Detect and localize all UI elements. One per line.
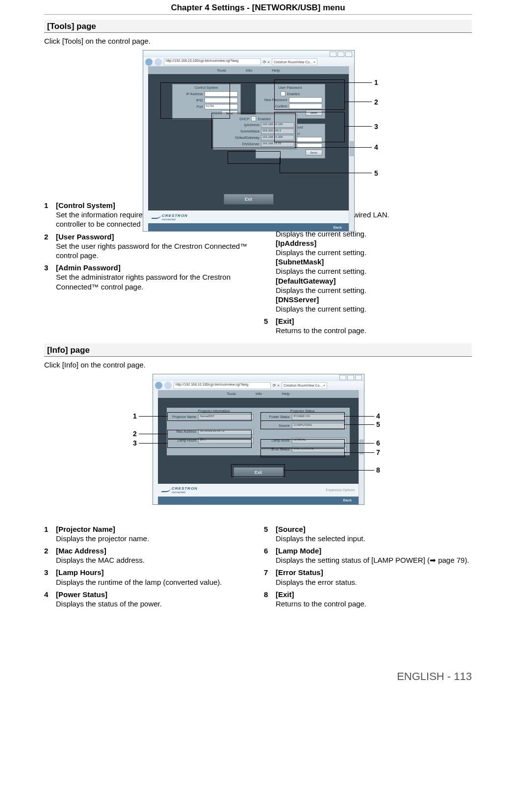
port-input[interactable]: 41794	[205, 104, 238, 109]
desc-title: [Power Status]	[56, 590, 162, 599]
url-input[interactable]: http://192.168.10.100/cgi-bin/roomview.c…	[174, 382, 271, 389]
desc-item: 3[Admin Password]Set the administrator r…	[44, 263, 252, 291]
newpw-input[interactable]	[289, 97, 322, 103]
vertical-scrollbar[interactable]	[349, 66, 354, 231]
exit-button[interactable]: Exit	[224, 194, 274, 205]
desc-title: [Admin Password]	[56, 263, 252, 272]
subnet-label: SubnetMask	[226, 130, 259, 133]
desc-body: [Exit]Returns to the control page.	[276, 590, 366, 608]
desc-text: Set the administrator rights password fo…	[56, 272, 252, 291]
col-head-info: Projector Information	[170, 409, 258, 414]
enabled-checkbox[interactable]	[281, 91, 285, 96]
callout-8: 8	[376, 466, 380, 474]
ipid-label: IPID	[177, 99, 203, 102]
ip-input[interactable]	[205, 91, 238, 97]
refresh-icon[interactable]: ⟳ ×	[273, 383, 280, 388]
footer-bar: CRESTRON connected	[148, 210, 349, 223]
browser-tab[interactable]: Crestron RoomView Co... ×	[282, 382, 327, 389]
back-bar[interactable]: Back	[158, 497, 359, 504]
desc-body: [Exit]Returns to the control page.	[276, 316, 366, 335]
desc-title: [User Password]	[56, 232, 252, 241]
port-label: Port	[177, 105, 203, 108]
user-password-panel: User Password Enabled New Password Confi…	[256, 84, 325, 119]
confirm-input[interactable]	[289, 104, 322, 109]
nav-tools[interactable]: Tools	[217, 68, 226, 73]
desc-title: [Exit]	[276, 316, 366, 326]
desc-line: [DNSServer]	[276, 295, 389, 304]
desc-number: 5	[264, 316, 271, 335]
ipid-input[interactable]	[205, 98, 238, 103]
nav-help[interactable]: Help	[282, 392, 289, 396]
vertical-scrollbar[interactable]	[359, 390, 364, 504]
panel-title: User Password	[258, 86, 322, 89]
desc-text: Set the user rights password for the Cre…	[56, 241, 252, 260]
desc-number: 5	[264, 524, 271, 543]
top-nav: Tools Info Help	[158, 390, 359, 398]
back-icon[interactable]	[155, 382, 162, 389]
minimize-button[interactable]	[339, 375, 346, 380]
back-icon[interactable]	[145, 58, 153, 66]
minimize-button[interactable]	[330, 52, 336, 57]
desc-number: 3	[44, 568, 51, 586]
ip-label: IP Address	[177, 92, 203, 96]
send-button[interactable]: Send	[306, 110, 322, 116]
callout-5: 5	[374, 169, 378, 177]
address-bar: http://192.168.10.100/cgi-bin/roomview.c…	[153, 381, 364, 390]
nav-tools[interactable]: Tools	[227, 392, 236, 396]
close-button[interactable]	[345, 52, 352, 57]
desc-title: [Source]	[276, 524, 365, 534]
refresh-icon[interactable]: ⟳ ×	[263, 60, 270, 64]
dhcp-checkbox[interactable]: ✓	[251, 116, 256, 121]
desc-number: 1	[44, 201, 51, 229]
desc-number: 3	[44, 263, 51, 291]
forward-icon[interactable]	[164, 382, 172, 389]
send-button[interactable]: Send	[306, 150, 322, 156]
maximize-button[interactable]	[337, 52, 344, 57]
dns-value: 192.168.10.53	[261, 141, 294, 147]
desc-number: 8	[264, 590, 271, 608]
window-titlebar	[153, 374, 364, 381]
info-screenshot: http://192.168.10.100/cgi-bin/roomview.c…	[133, 374, 383, 519]
desc-number: 2	[44, 232, 51, 261]
top-nav: Tools Info Help	[148, 66, 349, 74]
subnet-value: 255.255.255.0	[261, 129, 294, 134]
maximize-button[interactable]	[347, 375, 354, 380]
nav-info[interactable]: Info	[256, 392, 262, 396]
desc-body: [Projector Name]Displays the projector n…	[56, 524, 149, 543]
callout-2: 2	[374, 98, 378, 106]
browser-tab[interactable]: Crestron RoomView Co... ×	[272, 58, 317, 65]
desc-body: [User Password]Set the user rights passw…	[56, 232, 252, 261]
projector-info-grid: Projector Information Projector Status P…	[167, 408, 350, 455]
nav-help[interactable]: Help	[272, 68, 280, 73]
desc-item: 4[Power Status]Displays the status of th…	[44, 590, 252, 608]
footer-bar: CRESTRON connected Expansion Options	[158, 484, 359, 497]
callout-6: 6	[376, 439, 380, 447]
desc-title: [Error Status]	[276, 568, 357, 577]
chapter-title: Chapter 4 Settings - [NETWORK/USB] menu	[44, 0, 472, 15]
crestron-logo: CRESTRON connected	[162, 486, 198, 494]
url-input[interactable]: http://192.168.10.100/cgi-bin/roomview.c…	[164, 58, 261, 65]
callout-4: 4	[374, 143, 378, 151]
desc-title: [Mac Address]	[56, 546, 145, 555]
desc-item: 2[Mac Address]Displays the MAC address.	[44, 546, 252, 565]
err-value: 0:NO ERRORS	[292, 446, 347, 452]
desc-item: 8[Exit]Returns to the control page.	[264, 590, 472, 608]
desc-title: [Projector Name]	[56, 524, 149, 534]
source-label: Source	[263, 424, 290, 427]
exit-button[interactable]: Exit	[233, 467, 284, 478]
forward-icon[interactable]	[155, 58, 162, 66]
ip-value: 192.168.10.100	[261, 122, 294, 128]
desc-line: Displays the current setting.	[276, 248, 389, 257]
confirm-label: Confirm	[261, 105, 287, 108]
desc-body: [Lamp Hours]Displays the runtime of the …	[56, 568, 222, 586]
expansion-link[interactable]: Expansion Options	[326, 488, 355, 492]
desc-number: 2	[44, 546, 51, 565]
desc-body: [Source]Displays the selected input.	[276, 524, 365, 543]
close-button[interactable]	[355, 375, 362, 380]
desc-number: 7	[264, 568, 271, 586]
err-label: Error Status	[263, 447, 290, 451]
desc-text: Displays the runtime of the lamp (conver…	[56, 577, 222, 587]
dhcp-label: DHCP	[239, 117, 249, 121]
back-bar[interactable]: Back	[148, 223, 349, 231]
nav-info[interactable]: Info	[246, 68, 252, 73]
